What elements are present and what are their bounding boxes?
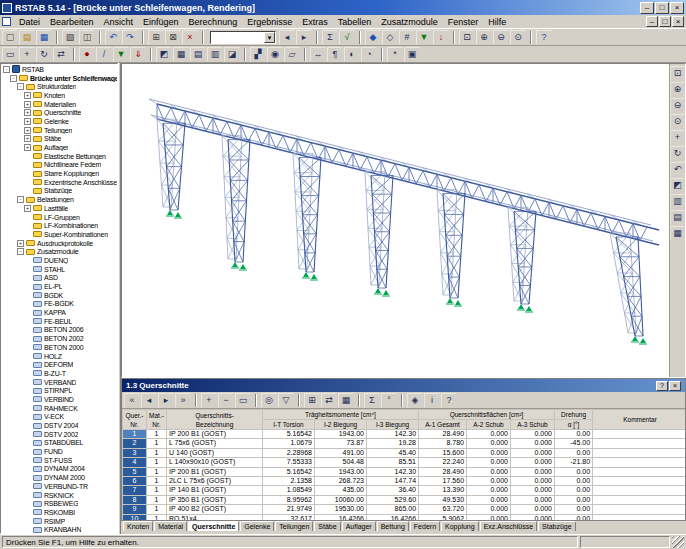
expand-icon[interactable]: + — [24, 127, 31, 134]
table-panel-help-button[interactable]: ? — [656, 381, 668, 391]
resize-grip[interactable] — [672, 536, 684, 548]
tree-item-verband[interactable]: VERBAND — [1, 378, 117, 387]
col-header-drehung[interactable]: Drehung — [555, 410, 593, 420]
tree-item-dstv-2004[interactable]: DSTV 2004 — [1, 421, 117, 430]
tree-item-fe-beul[interactable]: FE-BEUL — [1, 317, 117, 326]
expand-icon[interactable]: + — [24, 92, 31, 99]
tree-item-dstv-2002[interactable]: DSTV 2002 — [1, 430, 117, 439]
tree-item-nichtlineare-federn[interactable]: Nichtlineare Federn — [1, 161, 117, 170]
tree-item-strukturdaten[interactable]: -Strukturdaten — [1, 82, 117, 91]
tree-item-lf-gruppen[interactable]: LF-Gruppen — [1, 213, 117, 222]
mdi-minimize-button[interactable]: – — [646, 16, 658, 27]
redo-button[interactable]: ↷ — [122, 30, 138, 45]
zoom-in-button[interactable]: ⊕ — [476, 30, 492, 45]
col-header-flaechen[interactable]: Querschnittsflächen [cm²] — [419, 410, 555, 420]
expand-icon[interactable]: + — [24, 144, 31, 151]
tab-federn[interactable]: Federn — [410, 521, 440, 531]
tree-item-v-eck[interactable]: V-ECK — [1, 413, 117, 422]
new-node-button[interactable]: ● — [79, 47, 95, 62]
table-row[interactable]: 11IP 200 B1 (GOST)5.165421943.00142.3028… — [123, 430, 686, 439]
collapse-icon[interactable]: - — [17, 196, 24, 203]
select-in-graphic-button[interactable]: ◎ — [261, 393, 277, 408]
tree-item-gelenke[interactable]: +Gelenke — [1, 117, 117, 126]
new-file-button[interactable]: ▢ — [2, 30, 18, 45]
snap-button[interactable]: ◉ — [267, 47, 283, 62]
tab-exz-anschl-sse[interactable]: Exz.Anschlüsse — [480, 521, 537, 531]
calculate-button[interactable]: Σ — [322, 30, 338, 45]
row-number-cell[interactable]: 6 — [123, 477, 147, 486]
tree-item-el-pl[interactable]: EL-PL — [1, 282, 117, 291]
tab-auflager[interactable]: Auflager — [342, 521, 376, 531]
table-row[interactable]: 31U 140 (GOST)2.28968491.0045.4015.6000.… — [123, 448, 686, 457]
wireframe-mode-button[interactable]: ◇ — [382, 30, 398, 45]
row-number-cell[interactable]: 7 — [123, 486, 147, 495]
row-number-cell[interactable]: 2 — [123, 439, 147, 448]
tree-item-holz[interactable]: HOLZ — [1, 352, 117, 361]
table-row[interactable]: 51IP 200 B1 (GOST)5.165421943.00142.3028… — [123, 467, 686, 476]
mdi-restore-button[interactable]: □ — [659, 16, 671, 27]
row-number-cell[interactable]: 3 — [123, 448, 147, 457]
move-copy-button[interactable]: + — [19, 47, 35, 62]
results-check-button[interactable]: √ — [339, 30, 355, 45]
tree-item-fund[interactable]: FUND — [1, 447, 117, 456]
units-settings-button[interactable]: ° — [381, 393, 397, 408]
show-supports-button[interactable]: ▼ — [416, 30, 432, 45]
tab-stabz-ge[interactable]: Stabzüge — [538, 521, 576, 531]
col-header-bezeichnung[interactable]: Querschnitts-Bezeichnung — [167, 410, 263, 430]
table-row[interactable]: 71IP 140 B1 (GOST)1.08549435.0036.4013.3… — [123, 486, 686, 495]
show-loads-button[interactable]: ↓ — [433, 30, 449, 45]
tree-item-beton-2006[interactable]: BETON 2006 — [1, 326, 117, 335]
next-loadcase-button[interactable]: ▸ — [296, 30, 312, 45]
graphic-input-button[interactable]: ⊠ — [165, 30, 181, 45]
table-row[interactable]: 81IP 350 B1 (GOST)8.9596210060.00529.604… — [123, 495, 686, 504]
view-top-button[interactable]: ▤ — [670, 210, 685, 225]
tree-item-stahl[interactable]: STAHL — [1, 265, 117, 274]
visibility-button[interactable]: ◐ — [344, 47, 360, 62]
tree-item-dynam-2004[interactable]: DYNAM 2004 — [1, 465, 117, 474]
row-number-cell[interactable]: 10 — [123, 514, 147, 520]
table-row[interactable]: 21L 75x6 (GOST)1.067973.8719.288.7800.00… — [123, 439, 686, 448]
select-mode-button[interactable]: ▭ — [2, 47, 18, 62]
options-button[interactable]: * — [387, 47, 403, 62]
tree-item-stabd-bel[interactable]: STABDÜBEL — [1, 439, 117, 448]
menu-bearbeiten[interactable]: Bearbeiten — [45, 16, 99, 28]
maximize-view-button[interactable]: ⊡ — [670, 66, 685, 81]
new-load-button[interactable]: ⇓ — [130, 47, 146, 62]
rotate-button[interactable]: ↻ — [36, 47, 52, 62]
prev-row-button[interactable]: ◂ — [141, 393, 157, 408]
tree-item-materialien[interactable]: +Materialien — [1, 100, 117, 109]
col-header-a2-schub[interactable]: A-2 Schub — [467, 420, 511, 430]
menu-berechnung[interactable]: Berechnung — [184, 16, 243, 28]
menu-einf-gen[interactable]: Einfügen — [138, 16, 184, 28]
view-photo-button[interactable]: ◈ — [407, 393, 423, 408]
filter-rows-button[interactable]: ▽ — [278, 393, 294, 408]
delete-row-button[interactable]: − — [218, 393, 234, 408]
expand-icon[interactable]: + — [17, 240, 24, 247]
collapse-icon[interactable]: - — [3, 66, 10, 73]
undo-button[interactable]: ↶ — [105, 30, 121, 45]
import-export-button[interactable]: ⇄ — [321, 393, 337, 408]
view-xz-button[interactable]: ▤ — [190, 47, 206, 62]
tree-item-rstab[interactable]: -RSTAB — [1, 65, 117, 74]
table-help-button[interactable]: ? — [441, 393, 457, 408]
grid-button[interactable]: ▞ — [250, 47, 266, 62]
zoom-full-button[interactable]: ⊙ — [670, 114, 685, 129]
tab-knoten[interactable]: Knoten — [123, 521, 153, 531]
row-number-cell[interactable]: 1 — [123, 430, 147, 439]
view-front-button[interactable]: ▥ — [670, 194, 685, 209]
tree-item-b-zu-t[interactable]: B-ZU-T — [1, 369, 117, 378]
tree-item-stabz-ge[interactable]: Stabzüge — [1, 187, 117, 196]
isometric-button[interactable]: ◩ — [670, 178, 685, 193]
tree-item-belastungen[interactable]: -Belastungen — [1, 195, 117, 204]
render-mode-button[interactable]: ◆ — [365, 30, 381, 45]
expand-icon[interactable]: + — [24, 109, 31, 116]
expand-icon[interactable]: + — [24, 135, 31, 142]
comments-button[interactable]: ¶ — [327, 47, 343, 62]
expand-icon[interactable]: + — [24, 205, 31, 212]
tree-item-beton-2002[interactable]: BETON 2002 — [1, 334, 117, 343]
table-row[interactable]: 101RO 51x432.61716.426616.42665.90620.00… — [123, 514, 686, 520]
zoom-all-button[interactable]: ⊙ — [510, 30, 526, 45]
table-row[interactable]: 612LC L 75x6 (GOST)2.1358268.723147.7417… — [123, 477, 686, 486]
menu-fenster[interactable]: Fenster — [443, 16, 484, 28]
tree-item-starre-kopplungen[interactable]: Starre Kopplungen — [1, 169, 117, 178]
